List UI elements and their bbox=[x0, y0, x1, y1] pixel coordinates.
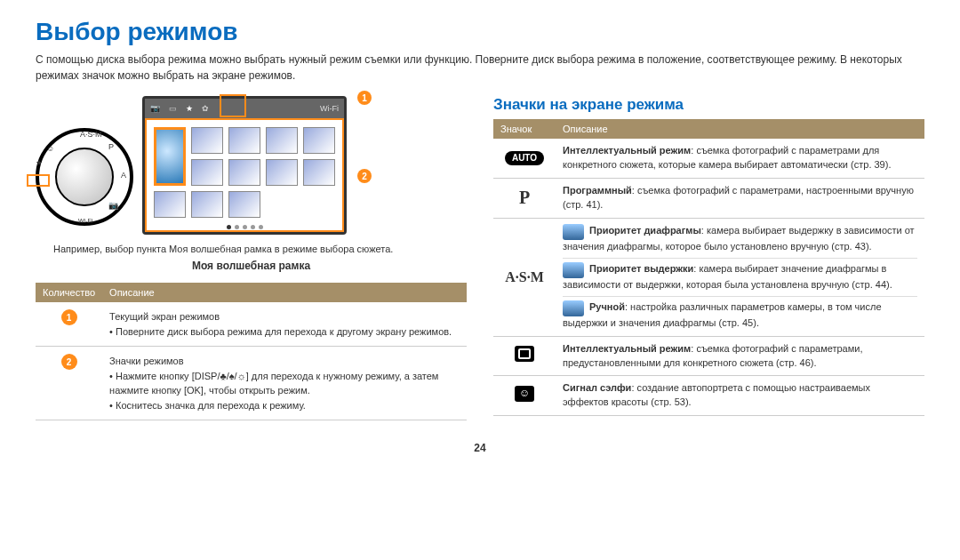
row-desc-scene: Интеллектуальный режим: съемка фотографи… bbox=[556, 336, 924, 376]
dial-label-smile: ☺ bbox=[46, 144, 54, 153]
intro-text: С помощью диска выбора режима можно выбр… bbox=[36, 52, 924, 84]
callout-1: 1 bbox=[357, 91, 372, 105]
tab-panorama-icon: ▭ bbox=[169, 104, 177, 113]
figure-row: A·S·M P A 📷 Wi-Fi ★ ☺ 📷 ▭ ★ ✿ Wi-Fi bbox=[36, 96, 467, 235]
callout-2: 2 bbox=[357, 169, 372, 183]
tab-cam-icon: 📷 bbox=[150, 104, 160, 113]
page-title: Выбор режимов bbox=[36, 18, 924, 46]
dial-label-asm: A·S·M bbox=[80, 130, 102, 139]
icons-table: Значок Описание AUTO Интеллектуальный ре… bbox=[493, 119, 924, 416]
row-desc-selfie: Сигнал сэлфи: создание автопортрета с по… bbox=[556, 376, 924, 416]
asm-mode-icon: A·S·M bbox=[505, 269, 544, 284]
table-row: Сигнал сэлфи: создание автопортрета с по… bbox=[493, 376, 924, 416]
table-row: Интеллектуальный режим: съемка фотографи… bbox=[493, 336, 924, 376]
dial-label-wifi: Wi-Fi bbox=[78, 218, 92, 224]
row-desc-2: Значки режимов • Нажмите кнопку [DISP/♣/… bbox=[102, 347, 467, 420]
tab-highlight bbox=[220, 94, 246, 117]
row-desc-1: Текущий экран режимов • Поверните диск в… bbox=[102, 302, 467, 347]
dial-label-cam: 📷 bbox=[108, 201, 118, 210]
row-desc-asm: Приоритет диафрагмы: камера выбирает выд… bbox=[556, 218, 924, 336]
manual-mode-icon bbox=[563, 300, 584, 316]
screen-wrap: 📷 ▭ ★ ✿ Wi-Fi bbox=[142, 96, 347, 235]
left-column: A·S·M P A 📷 Wi-Fi ★ ☺ 📷 ▭ ★ ✿ Wi-Fi bbox=[36, 96, 467, 420]
caption-mode-name: Моя волшебная рамка bbox=[36, 260, 467, 272]
p-mode-icon: P bbox=[519, 188, 530, 207]
selfie-icon bbox=[515, 386, 534, 402]
mode-dial-highlight bbox=[27, 174, 50, 187]
th-icon: Значок bbox=[493, 119, 556, 139]
auto-badge-icon: AUTO bbox=[505, 151, 544, 166]
dial-label-p: P bbox=[108, 142, 114, 151]
shutter-priority-icon bbox=[563, 262, 584, 278]
screen-body-highlight bbox=[145, 118, 344, 232]
caption-row: Например, выбор пункта Моя волшебная рам… bbox=[53, 244, 467, 254]
page-number: 24 bbox=[36, 442, 924, 454]
camera-screen: 📷 ▭ ★ ✿ Wi-Fi bbox=[142, 96, 347, 235]
mode-dial-center bbox=[55, 148, 114, 206]
th-desc: Описание bbox=[102, 283, 467, 302]
aperture-priority-icon bbox=[563, 224, 584, 240]
row-callout-1: 1 bbox=[61, 309, 77, 325]
dial-label-star: ★ bbox=[36, 158, 43, 167]
smart-scene-icon bbox=[515, 346, 534, 362]
table-row: AUTO Интеллектуальный режим: съемка фото… bbox=[493, 139, 924, 178]
table-row: A·S·M Приоритет диафрагмы: камера выбира… bbox=[493, 218, 924, 336]
row-desc-auto: Интеллектуальный режим: съемка фотографи… bbox=[556, 139, 924, 178]
row-callout-2: 2 bbox=[61, 354, 77, 370]
table-row: P Программный: съемка фотографий с парам… bbox=[493, 178, 924, 218]
table-row: 1 Текущий экран режимов • Поверните диск… bbox=[36, 302, 467, 347]
tab-gear-icon: ✿ bbox=[202, 104, 209, 113]
th-qty: Количество bbox=[36, 283, 102, 302]
right-column: Значки на экране режима Значок Описание … bbox=[493, 96, 924, 420]
screen-body bbox=[145, 118, 344, 232]
right-subtitle: Значки на экране режима bbox=[493, 96, 924, 114]
table-row: 2 Значки режимов • Нажмите кнопку [DISP/… bbox=[36, 347, 467, 420]
caption-example: Например, выбор пункта Моя волшебная рам… bbox=[53, 244, 393, 254]
mode-dial: A·S·M P A 📷 Wi-Fi ★ ☺ bbox=[36, 128, 133, 226]
left-table: Количество Описание 1 Текущий экран режи… bbox=[36, 283, 467, 420]
dial-label-auto: A bbox=[121, 171, 126, 180]
th-desc-r: Описание bbox=[556, 119, 924, 139]
tab-star-icon: ★ bbox=[186, 104, 193, 113]
row-desc-p: Программный: съемка фотографий с парамет… bbox=[556, 178, 924, 218]
tab-wifi-label: Wi-Fi bbox=[320, 104, 339, 113]
